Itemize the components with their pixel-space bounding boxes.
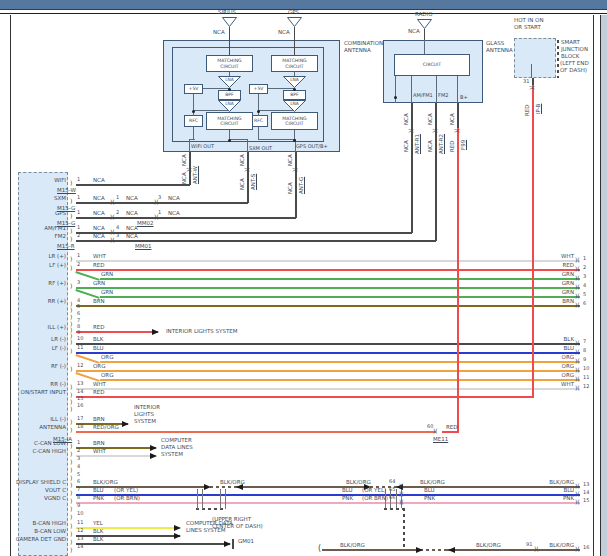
antenna-icon [222, 17, 237, 27]
diagram-label: SXM OUT [249, 146, 272, 152]
connector-bracket: ) [70, 283, 72, 290]
connector-bracket: ) [70, 265, 72, 272]
diagram-label: AM/FM1 [413, 93, 433, 99]
sjb-caption-3: BLOCK [561, 53, 579, 59]
diagram-label: 6 [77, 479, 80, 485]
diagram-label: GRN [101, 271, 113, 277]
diagram-label: 11 [77, 520, 83, 526]
wire-segment [532, 85, 534, 398]
diagram-label: ON/START INPUT [21, 389, 66, 395]
diagram-label: GRN [101, 289, 113, 295]
diagram-label: 1 [583, 256, 586, 262]
diagram-label: 18 [77, 424, 83, 430]
wire-segment [76, 447, 156, 449]
connector-bracket: ) [70, 443, 72, 450]
diagram-label: NCA [126, 225, 138, 231]
component-box: MATCHING CIRCUIT [271, 55, 318, 72]
junction-dot [228, 88, 231, 91]
junction-dot [228, 139, 231, 142]
diagram-label: 5 [77, 472, 80, 478]
connector-bracket: )( [575, 499, 580, 506]
wire-segment [76, 535, 180, 537]
connector-bracket: )( [575, 293, 580, 300]
connector-bracket: )( [575, 302, 580, 309]
sjb-caption-4: (LEFT END [560, 60, 589, 66]
wire-segment [76, 240, 436, 242]
dashed-wire [403, 508, 405, 549]
wire-segment [100, 296, 580, 298]
diagram-label: (UPPER RIGHT [212, 516, 251, 522]
wire-segment [76, 494, 580, 496]
wire-segment [100, 361, 580, 363]
fuse-hot-label-2: OR START [514, 24, 541, 30]
shield-tick-icon [202, 489, 203, 509]
diagram-label: 14 [77, 544, 83, 550]
diagram-label: LR (-) [51, 336, 66, 342]
connector-bracket: ( [318, 544, 321, 553]
diagram-label: 12 [77, 528, 83, 534]
diagram-label: M15-W [57, 187, 76, 193]
diagram-label: M15-G [57, 205, 75, 211]
diagram-label: NCA [93, 233, 105, 239]
diagram-label: 1 [77, 210, 80, 216]
diagram-label: BRN [93, 440, 105, 446]
diagram-label: B+ [460, 95, 468, 101]
junction-dot [192, 110, 195, 113]
shield-tick-icon [225, 489, 226, 509]
diagram-label: 64 [389, 479, 395, 485]
connector-bracket: )( [575, 367, 580, 374]
diagram-label: 2 [77, 233, 80, 239]
diagram-label: MM01 [135, 243, 152, 249]
connector-bracket: )( [575, 284, 580, 291]
diagram-label: BLK/ORG [220, 479, 245, 485]
diagram-label: 5 [77, 304, 80, 310]
connector-bracket: )( [575, 483, 580, 490]
diagram-label: NCA [93, 225, 105, 231]
component-box: CIRCUIT [394, 54, 470, 76]
connector-bracket: ) [70, 180, 72, 187]
connector-bracket: ) [70, 256, 72, 263]
wire-segment [76, 455, 156, 457]
diagram-label: 1 [77, 225, 80, 231]
diagram-label: 6 [583, 301, 586, 307]
diagram-label: 8 [77, 495, 80, 501]
connector-bracket: ) [70, 482, 72, 489]
diagram-label: ORG [562, 354, 574, 360]
diagram-label: PNK [563, 495, 574, 501]
diagram-label: FM2 [55, 233, 66, 239]
diagram-label: BLK/ORG [549, 479, 574, 485]
diagram-label: NCA [239, 178, 245, 190]
diagram-label: NCA [403, 140, 409, 152]
diagram-label: PNK [93, 495, 104, 501]
diagram-label: ANT-G [298, 177, 304, 194]
connector-bracket: ) [70, 514, 72, 521]
arrow-icon [204, 484, 211, 490]
diagram-label: VOUT C [45, 487, 66, 493]
connector-bracket: )( [575, 376, 580, 383]
wire-segment [435, 103, 437, 241]
wire-segment [76, 269, 580, 271]
diagram-label: 2 [77, 262, 80, 268]
arrow-icon [448, 547, 455, 553]
diagram-label: 6 [77, 311, 80, 317]
diagram-label: RR (-) [50, 381, 66, 387]
connector-bracket: ) [70, 198, 72, 205]
connector-bracket: )( [186, 167, 193, 172]
diagram-label: 2 [77, 448, 80, 454]
connector-bracket: ) [70, 506, 72, 513]
diagram-label: RED [93, 324, 105, 330]
diagram-label: DISPLAY SHIELD C [16, 479, 66, 485]
sjb-caption-2: JUNCTION [561, 46, 588, 52]
shield-tick-icon [396, 489, 397, 508]
connector-bracket: )( [399, 499, 404, 506]
diagram-label: WIFI OUT [191, 144, 214, 150]
diagram-label: LIGHTS [134, 411, 154, 417]
diagram-label: ORG [562, 372, 574, 378]
diagram-label: SYSTEM [134, 418, 156, 424]
diagram-label: ORG [101, 354, 113, 360]
wire-segment [229, 27, 230, 55]
diagram-label: 14 [77, 389, 83, 395]
diagram-label: ANT-S [250, 174, 256, 190]
antenna-icon [287, 17, 302, 27]
diagram-label: 1 [77, 253, 80, 259]
